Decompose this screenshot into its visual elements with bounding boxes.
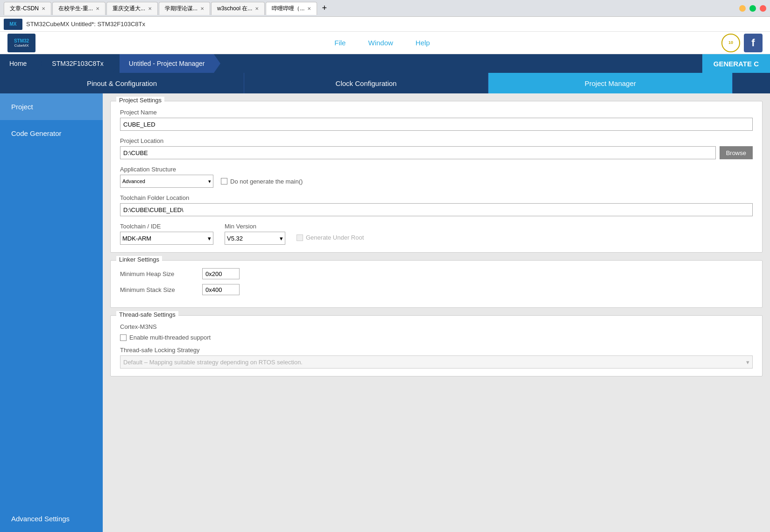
enable-thread-row[interactable]: Enable multi-threaded support xyxy=(120,334,753,341)
facebook-icon[interactable]: f xyxy=(744,34,763,52)
min-version-select[interactable]: V5.32 ▾ xyxy=(225,232,285,245)
sidebar: Project Code Generator Advanced Settings xyxy=(0,93,103,532)
tab-extra xyxy=(733,73,770,93)
window-title: STM32CubeMX Untitled*: STM32F103C8Tx xyxy=(26,21,145,28)
sidebar-item-code-generator-label: Code Generator xyxy=(11,129,62,137)
tab-2[interactable]: 重庆交通大... ✕ xyxy=(106,2,158,15)
linker-settings-legend: Linker Settings xyxy=(116,256,162,263)
tab-clock[interactable]: Clock Configuration xyxy=(244,73,488,93)
project-location-label: Project Location xyxy=(120,137,753,144)
breadcrumb-project[interactable]: Untitled - Project Manager xyxy=(120,54,214,73)
project-settings-section: Project Settings Project Name Project Lo… xyxy=(110,101,763,253)
toolchain-row: Toolchain / IDE MDK-ARM ▾ Min Version V5… xyxy=(120,223,753,245)
sidebar-item-project-label: Project xyxy=(11,103,33,111)
new-tab-button[interactable]: + xyxy=(318,3,331,13)
tab-1[interactable]: 在校学生-重... ✕ xyxy=(52,2,106,15)
anniversary-badge: 10 xyxy=(721,34,740,52)
menu-help[interactable]: Help xyxy=(416,39,430,47)
tab-close[interactable]: ✕ xyxy=(42,6,45,11)
tab-pinout[interactable]: Pinout & Configuration xyxy=(0,73,244,93)
breadcrumb-home[interactable]: Home xyxy=(0,54,36,73)
enable-thread-checkbox[interactable] xyxy=(120,334,127,341)
app-structure-select[interactable]: Advanced ▾ xyxy=(120,175,213,188)
project-name-label: Project Name xyxy=(120,109,753,116)
toolchain-label: Toolchain / IDE xyxy=(120,223,213,230)
sidebar-item-advanced-settings[interactable]: Advanced Settings xyxy=(0,505,103,532)
min-heap-label: Minimum Heap Size xyxy=(120,270,195,277)
project-name-input[interactable] xyxy=(120,118,753,131)
logo-text: MX xyxy=(10,21,17,27)
project-location-input[interactable] xyxy=(120,146,716,159)
toolchain-ide-col: Toolchain / IDE MDK-ARM ▾ xyxy=(120,223,213,245)
app-structure-value: Advanced xyxy=(122,178,145,184)
app-structure-label: Application Structure xyxy=(120,166,753,173)
tab-bar: 文章-CSDN ✕ 在校学生-重... ✕ 重庆交通大... ✕ 学期理论谋..… xyxy=(4,2,739,15)
min-stack-label: Minimum Stack Size xyxy=(120,286,195,293)
sidebar-spacer xyxy=(0,147,103,505)
min-stack-input[interactable] xyxy=(202,284,240,295)
thread-safe-section: Thread-safe Settings Cortex-M3NS Enable … xyxy=(110,315,763,376)
min-heap-input[interactable] xyxy=(202,268,240,279)
browser-chrome: 文章-CSDN ✕ 在校学生-重... ✕ 重庆交通大... ✕ 学期理论谋..… xyxy=(0,0,770,17)
window-controls xyxy=(739,5,766,12)
tab-close-3[interactable]: ✕ xyxy=(200,6,204,11)
toolchain-folder-row: Toolchain Folder Location xyxy=(120,194,753,216)
toolchain-folder-input[interactable] xyxy=(120,203,753,216)
generate-root-col: Generate Under Root xyxy=(297,223,364,241)
tab-4[interactable]: w3school 在... ✕ xyxy=(211,2,265,15)
app-structure-chevron-icon: ▾ xyxy=(208,178,211,184)
tab-close-2[interactable]: ✕ xyxy=(148,6,152,11)
main-content: Project Settings Project Name Project Lo… xyxy=(103,93,770,532)
sidebar-item-project[interactable]: Project xyxy=(0,93,103,120)
do-not-generate-checkbox-row[interactable]: Do not generate the main() xyxy=(221,178,303,185)
toolchain-chevron-icon: ▾ xyxy=(208,235,211,242)
tab-label: 在校学生-重... xyxy=(58,5,93,13)
logo-section: STM32 CubeMX xyxy=(0,32,43,54)
minimize-button[interactable] xyxy=(739,5,746,12)
locking-strategy-chevron-icon: ▾ xyxy=(746,359,749,366)
tab-close-1[interactable]: ✕ xyxy=(96,6,99,11)
locking-strategy-placeholder: Default – Mapping suitable strategy depe… xyxy=(123,359,303,366)
tab-project-manager[interactable]: Project Manager xyxy=(488,73,733,93)
breadcrumb-mcu[interactable]: STM32F103C8Tx xyxy=(42,54,113,73)
toolchain-value: MDK-ARM xyxy=(122,235,151,242)
location-row: Browse xyxy=(120,146,753,159)
tab-3[interactable]: 学期理论谋... ✕ xyxy=(159,2,210,15)
thread-component-label: Cortex-M3NS xyxy=(120,323,753,330)
browse-button[interactable]: Browse xyxy=(720,146,753,159)
tab-label: 哔哩哔哩（... xyxy=(272,5,304,13)
toolchain-select[interactable]: MDK-ARM ▾ xyxy=(120,232,213,245)
stm32-logo: STM32 CubeMX xyxy=(7,34,35,52)
generate-code-button[interactable]: GENERATE C xyxy=(702,54,770,73)
locking-strategy-select[interactable]: Default – Mapping suitable strategy depe… xyxy=(120,355,753,369)
tab-label: 文章-CSDN xyxy=(10,5,39,13)
generate-root-label: Generate Under Root xyxy=(306,234,364,241)
tab-close-4[interactable]: ✕ xyxy=(255,6,259,11)
do-not-generate-checkbox[interactable] xyxy=(221,178,227,184)
project-location-row: Project Location Browse xyxy=(120,137,753,159)
locking-strategy-label: Thread-safe Locking Strategy xyxy=(120,347,753,354)
app-structure-row: Application Structure Advanced ▾ Do not … xyxy=(120,166,753,188)
maximize-button[interactable] xyxy=(749,5,756,12)
min-version-col: Min Version V5.32 ▾ xyxy=(225,223,285,245)
project-settings-legend: Project Settings xyxy=(116,97,164,104)
do-not-generate-label: Do not generate the main() xyxy=(230,178,303,185)
min-version-label: Min Version xyxy=(225,223,285,230)
generate-root-checkbox xyxy=(297,234,303,241)
tab-csdn[interactable]: 文章-CSDN ✕ xyxy=(4,2,51,15)
stm-text: STM32 xyxy=(14,38,29,43)
menu-window[interactable]: Window xyxy=(368,39,393,47)
sidebar-item-advanced-settings-label: Advanced Settings xyxy=(11,515,70,523)
sidebar-item-code-generator[interactable]: Code Generator xyxy=(0,120,103,147)
close-button[interactable] xyxy=(760,5,766,12)
app-structure-controls: Advanced ▾ Do not generate the main() xyxy=(120,175,753,188)
main-tab-bar: Pinout & Configuration Clock Configurati… xyxy=(0,73,770,93)
content-area: Project Code Generator Advanced Settings… xyxy=(0,93,770,532)
cube-text: CubeMX xyxy=(14,43,28,48)
menu-file[interactable]: File xyxy=(334,39,346,47)
app-window: MX STM32CubeMX Untitled*: STM32F103C8Tx … xyxy=(0,17,770,532)
tab-5[interactable]: 哔哩哔哩（... ✕ xyxy=(266,2,317,15)
tab-close-5[interactable]: ✕ xyxy=(307,6,311,11)
tab-label: 重庆交通大... xyxy=(113,5,145,13)
enable-thread-label: Enable multi-threaded support xyxy=(129,334,211,341)
